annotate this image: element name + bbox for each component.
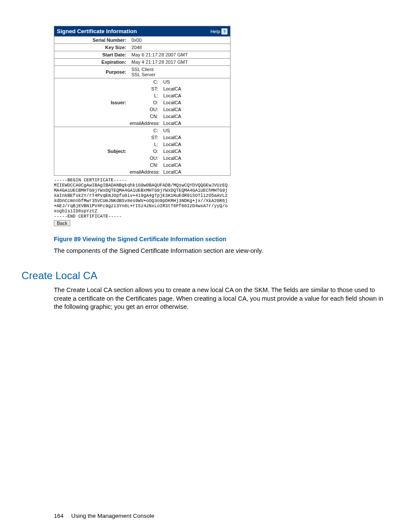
- page-footer: 164 Using the Management Console: [54, 513, 154, 519]
- purpose-line2: SSL Server: [131, 72, 227, 77]
- dn-key: CN:: [129, 113, 161, 120]
- issuer-table: C:USST:LocalCAL:LocalCAO:LocalCAOU:Local…: [129, 78, 230, 127]
- row-expiration: Expiration: May 4 21:17:28 2017 GMT: [54, 58, 230, 65]
- dn-key: O:: [129, 148, 161, 155]
- dn-key: emailAddress:: [129, 120, 161, 127]
- dn-row: ST:LocalCA: [129, 85, 230, 92]
- dn-value: LocalCA: [161, 134, 230, 141]
- dn-row: C:US: [129, 127, 230, 134]
- row-keysize: Key Size: 2048: [54, 44, 230, 51]
- body-text-1: The components of the Signed Certificate…: [54, 247, 385, 255]
- label-start: Start Date:: [54, 51, 129, 58]
- dn-key: L:: [129, 92, 161, 99]
- dn-row: emailAddress:LocalCA: [129, 168, 230, 175]
- dn-key: O:: [129, 99, 161, 106]
- dn-value: LocalCA: [161, 92, 230, 99]
- value-purpose: SSL Client SSL Server: [129, 66, 230, 78]
- dn-key: OU:: [129, 106, 161, 113]
- purpose-line1: SSL Client: [131, 67, 227, 72]
- dn-value: US: [161, 127, 230, 134]
- dn-row: CN:LocalCA: [129, 162, 230, 168]
- signed-cert-panel: Signed Certificate Information Help ? Se…: [54, 26, 230, 176]
- help-link[interactable]: Help ?: [210, 28, 227, 34]
- dn-row: ST:LocalCA: [129, 134, 230, 141]
- dn-key: L:: [129, 141, 161, 148]
- value-expiration: May 4 21:17:28 2017 GMT: [129, 59, 230, 65]
- dn-value: LocalCA: [161, 106, 230, 113]
- help-icon: ?: [221, 28, 227, 34]
- dn-value: LocalCA: [161, 99, 230, 106]
- dn-value: LocalCA: [161, 113, 230, 120]
- dn-row: C:US: [129, 78, 230, 85]
- page-number: 164: [54, 513, 64, 519]
- row-purpose: Purpose: SSL Client SSL Server: [54, 65, 230, 78]
- dn-row: CN:LocalCA: [129, 113, 230, 120]
- dn-row: emailAddress:LocalCA: [129, 120, 230, 127]
- dn-key: C:: [129, 127, 161, 134]
- row-start: Start Date: May 6 21:17:28 2007 GMT: [54, 51, 230, 58]
- dn-key: C:: [129, 78, 161, 85]
- help-label: Help: [210, 29, 220, 34]
- label-issuer: Issuer:: [54, 78, 129, 127]
- figure-caption: Figure 89 Viewing the Signed Certificate…: [54, 236, 385, 243]
- panel-header: Signed Certificate Information Help ?: [54, 26, 230, 36]
- dn-value: LocalCA: [161, 85, 230, 92]
- dn-key: OU:: [129, 155, 161, 162]
- dn-row: O:LocalCA: [129, 148, 230, 155]
- certificate-pem-block: -----BEGIN CERTIFICATE----- MIIEWDCCA0Cg…: [54, 177, 231, 219]
- dn-value: LocalCA: [161, 141, 230, 148]
- dn-key: emailAddress:: [129, 168, 161, 175]
- row-issuer: Issuer: C:USST:LocalCAL:LocalCAO:LocalCA…: [54, 78, 230, 127]
- value-serial: 0x00: [129, 37, 230, 44]
- dn-row: OU:LocalCA: [129, 155, 230, 162]
- dn-value: LocalCA: [161, 148, 230, 155]
- subject-table: C:USST:LocalCAL:LocalCAO:LocalCAOU:Local…: [129, 127, 230, 175]
- row-subject: Subject: C:USST:LocalCAL:LocalCAO:LocalC…: [54, 127, 230, 175]
- dn-value: LocalCA: [161, 120, 230, 127]
- label-serial: Serial Number:: [54, 37, 129, 44]
- back-button[interactable]: Back: [54, 220, 70, 226]
- dn-row: L:LocalCA: [129, 141, 230, 148]
- value-start: May 6 21:17:28 2007 GMT: [129, 51, 230, 58]
- dn-value: US: [161, 78, 230, 85]
- section-heading-create-local-ca: Create Local CA: [22, 270, 385, 282]
- dn-value: LocalCA: [161, 155, 230, 162]
- label-purpose: Purpose:: [54, 66, 129, 78]
- dn-value: LocalCA: [161, 162, 230, 168]
- dn-key: ST:: [129, 134, 161, 141]
- dn-row: O:LocalCA: [129, 99, 230, 106]
- body-text-2: The Create Local CA section allows you t…: [54, 286, 385, 311]
- footer-title: Using the Management Console: [71, 513, 154, 519]
- panel-title: Signed Certificate Information: [57, 28, 137, 34]
- row-serial: Serial Number: 0x00: [54, 36, 230, 44]
- dn-row: OU:LocalCA: [129, 106, 230, 113]
- label-expiration: Expiration:: [54, 59, 129, 65]
- dn-key: CN:: [129, 162, 161, 168]
- label-subject: Subject:: [54, 127, 129, 175]
- value-keysize: 2048: [129, 44, 230, 51]
- dn-key: ST:: [129, 85, 161, 92]
- dn-row: L:LocalCA: [129, 92, 230, 99]
- label-keysize: Key Size:: [54, 44, 129, 51]
- dn-value: LocalCA: [161, 168, 230, 175]
